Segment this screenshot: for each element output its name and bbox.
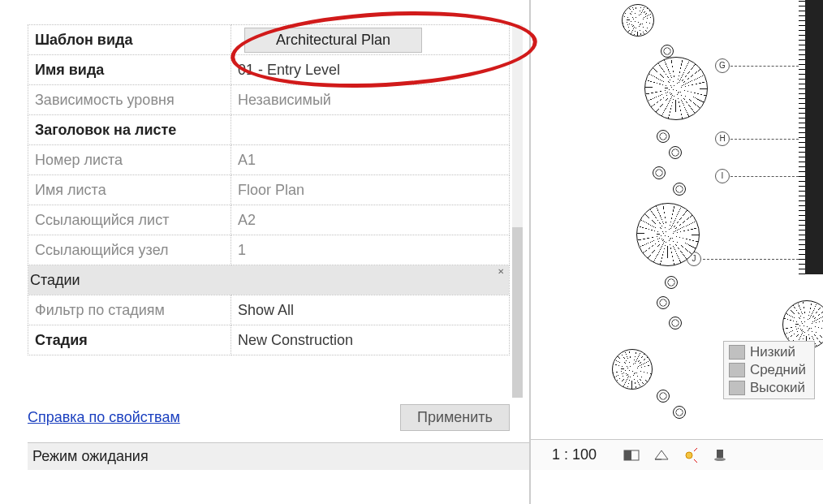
drawing-viewport[interactable]: G H I J Низкий Средний Высокий 1	[529, 0, 823, 504]
property-row[interactable]: Имя вида01 - Entry Level	[28, 55, 510, 85]
properties-table: Шаблон видаArchitectural PlanИмя вида01 …	[28, 24, 510, 355]
shrub	[673, 183, 686, 196]
property-label: Ссылающийся узел	[28, 235, 231, 265]
shrub	[657, 390, 670, 403]
property-value[interactable]: A2	[231, 205, 510, 235]
property-label: Заголовок на листе	[28, 115, 231, 145]
tree	[636, 203, 700, 266]
property-label: Шаблон вида	[28, 25, 231, 55]
grid-bubble-G: G	[715, 58, 730, 73]
property-row[interactable]: Ссылающийся узел1	[28, 235, 510, 265]
shrub	[673, 406, 686, 419]
properties-panel: Шаблон видаArchitectural PlanИмя вида01 …	[28, 24, 510, 470]
property-row[interactable]: Зависимость уровняНезависимый	[28, 85, 510, 115]
shrub	[665, 276, 678, 289]
grid-line	[730, 176, 799, 177]
shrub	[669, 146, 682, 159]
shadows-icon[interactable]	[708, 446, 732, 465]
property-row[interactable]: Шаблон видаArchitectural Plan	[28, 25, 510, 55]
grid-bubble-I: I	[715, 169, 730, 183]
view-scale[interactable]: 1 : 100	[531, 443, 618, 467]
property-value[interactable]: Show All	[231, 295, 510, 325]
grid-line	[703, 259, 799, 260]
svg-point-7	[714, 458, 726, 461]
tree	[612, 349, 653, 390]
property-row[interactable]: Номер листаA1	[28, 145, 510, 175]
tree	[644, 57, 708, 120]
property-row[interactable]: СтадияNew Construction	[28, 325, 510, 355]
detail-level-icon[interactable]	[620, 446, 644, 465]
property-value[interactable]: Architectural Plan	[231, 25, 510, 55]
group-header-phasing[interactable]: Стадии ✕	[28, 265, 510, 295]
property-row[interactable]: Имя листаFloor Plan	[28, 175, 510, 205]
property-label: Имя вида	[28, 55, 231, 85]
property-value[interactable]: Независимый	[231, 85, 510, 115]
status-bar: Режим ожидания	[28, 442, 597, 470]
svg-line-6	[694, 459, 697, 463]
group-header-label: Стадии	[30, 272, 80, 288]
menu-item-label: Средний	[750, 362, 806, 378]
svg-line-5	[694, 448, 697, 451]
sun-path-icon[interactable]	[679, 446, 703, 465]
property-label: Стадия	[28, 325, 231, 355]
status-text: Режим ожидания	[32, 448, 149, 464]
view-template-button[interactable]: Architectural Plan	[244, 28, 422, 53]
detail-level-option[interactable]: Низкий	[726, 343, 809, 361]
property-value[interactable]: 1	[231, 235, 510, 265]
property-value[interactable]: 01 - Entry Level	[231, 55, 510, 85]
shrub	[657, 130, 670, 143]
apply-button[interactable]: Применить	[400, 404, 510, 431]
property-row[interactable]: Ссылающийся листA2	[28, 205, 510, 235]
wall-hatch	[799, 0, 805, 274]
property-value[interactable]: Floor Plan	[231, 175, 510, 205]
grid-line	[730, 66, 799, 67]
property-label: Зависимость уровня	[28, 85, 231, 115]
shrub	[661, 45, 674, 58]
properties-scrollbar[interactable]	[512, 24, 523, 398]
detail-level-menu: Низкий Средний Высокий	[723, 341, 815, 399]
property-row[interactable]: Фильтр по стадиямShow All	[28, 295, 510, 325]
property-label: Номер листа	[28, 145, 231, 175]
menu-item-label: Высокий	[750, 380, 805, 396]
property-value[interactable]: A1	[231, 145, 510, 175]
svg-point-4	[686, 452, 692, 459]
property-row[interactable]: Заголовок на листе	[28, 115, 510, 145]
collapse-icon[interactable]: ✕	[498, 267, 504, 276]
shrub	[657, 296, 670, 309]
shrub	[669, 317, 682, 330]
tree	[622, 4, 654, 37]
drawing-canvas[interactable]: G H I J Низкий Средний Высокий	[531, 0, 823, 454]
property-value[interactable]: New Construction	[231, 325, 510, 355]
grid-bubble-H: H	[715, 131, 730, 146]
grid-line	[730, 139, 799, 140]
property-label: Имя листа	[28, 175, 231, 205]
detail-level-option[interactable]: Высокий	[726, 379, 809, 397]
property-value[interactable]	[231, 115, 510, 145]
properties-help-link[interactable]: Справка по свойствам	[28, 409, 180, 426]
menu-item-label: Низкий	[750, 344, 795, 360]
detail-level-option[interactable]: Средний	[726, 361, 809, 379]
shrub	[653, 166, 666, 179]
svg-rect-8	[717, 450, 723, 458]
property-label: Фильтр по стадиям	[28, 295, 231, 325]
wall	[805, 0, 823, 274]
visual-style-icon[interactable]	[649, 446, 674, 465]
view-control-bar: 1 : 100	[531, 439, 823, 470]
svg-rect-3	[624, 450, 631, 460]
property-label: Ссылающийся лист	[28, 205, 231, 235]
